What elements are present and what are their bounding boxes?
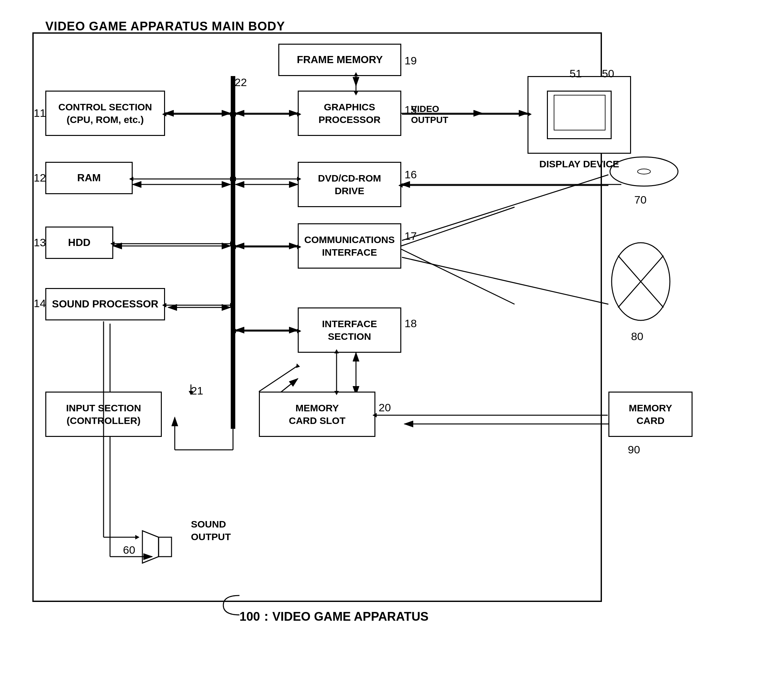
sound-processor-box: SOUND PROCESSOR xyxy=(45,288,165,320)
svg-point-27 xyxy=(610,157,678,186)
display-device-box xyxy=(527,76,631,154)
control-section-box: CONTROL SECTION(CPU, ROM, etc.) xyxy=(45,91,165,136)
video-output-label: VIDEOOUTPUT xyxy=(411,103,448,125)
speaker-shape xyxy=(136,524,188,570)
interface-section-box: INTERFACESECTION xyxy=(298,307,401,353)
ref-50: 50 xyxy=(602,67,614,80)
ref-14: 14 xyxy=(33,297,46,310)
main-body-label: VIDEO GAME APPARATUS MAIN BODY xyxy=(45,19,285,33)
ref-70: 70 xyxy=(634,193,647,206)
diagram: VIDEO GAME APPARATUS MAIN BODY 10 xyxy=(13,13,764,686)
ref-22: 22 xyxy=(235,76,247,89)
ref-16: 16 xyxy=(405,168,417,181)
ref-19: 19 xyxy=(405,54,417,67)
hdd-box: HDD xyxy=(45,227,113,259)
memory-card-box: MEMORYCARD xyxy=(609,392,692,437)
input-section-box: INPUT SECTION(CONTROLLER) xyxy=(45,392,162,437)
disc-shape xyxy=(609,155,680,188)
ram-box: RAM xyxy=(45,162,133,194)
ref-90: 90 xyxy=(628,443,640,456)
svg-marker-33 xyxy=(142,531,158,563)
ref-18: 18 xyxy=(405,317,417,330)
comms-interface-box: COMMUNICATIONSINTERFACE xyxy=(298,223,401,268)
svg-point-28 xyxy=(637,169,650,174)
graphics-processor-box: GRAPHICSPROCESSOR xyxy=(298,91,401,136)
ref-12: 12 xyxy=(33,172,46,184)
ref-17: 17 xyxy=(405,230,417,242)
ref-60: 60 xyxy=(123,544,135,556)
memory-card-slot-box: MEMORYCARD SLOT xyxy=(259,392,375,437)
ref-11: 11 xyxy=(33,107,46,119)
controller-shape xyxy=(609,240,673,323)
apparatus-label: 100：VIDEO GAME APPARATUS xyxy=(240,608,429,625)
ref-51: 51 xyxy=(570,67,582,80)
ref-13: 13 xyxy=(33,236,46,249)
ref-20: 20 xyxy=(378,401,391,414)
svg-rect-32 xyxy=(158,537,172,557)
ref-21: 21 xyxy=(191,385,203,397)
ref-80: 80 xyxy=(631,330,644,343)
frame-memory-box: FRAME MEMORY xyxy=(278,44,401,76)
sound-output-label: SOUNDOUTPUT xyxy=(191,518,231,543)
dvd-cd-rom-box: DVD/CD-ROMDRIVE xyxy=(298,162,401,207)
